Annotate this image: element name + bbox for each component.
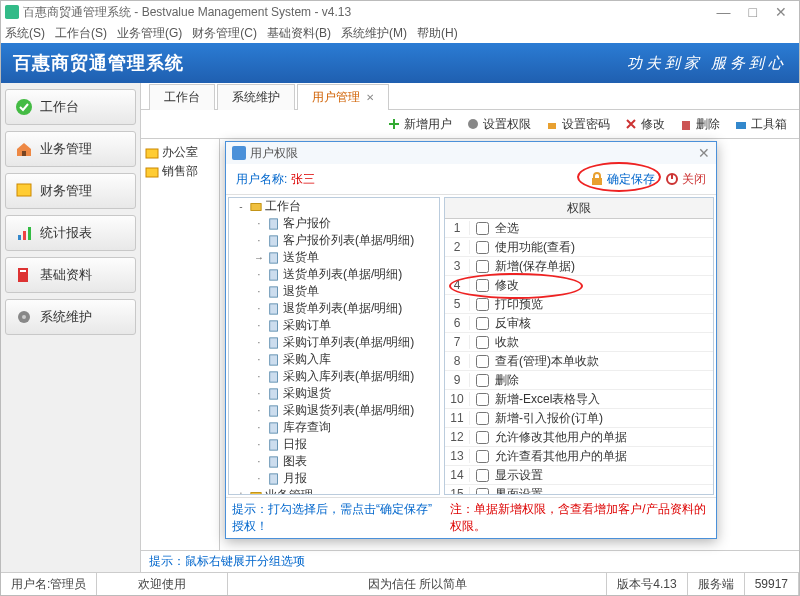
tree-toggle[interactable]: · [253, 388, 265, 399]
tree-row[interactable]: ·客户报价列表(单据/明细) [229, 232, 439, 249]
tree-row[interactable]: ·日报 [229, 436, 439, 453]
tree-toggle[interactable]: · [253, 354, 265, 365]
nav-0[interactable]: 工作台 [5, 89, 136, 125]
menu-item[interactable]: 工作台(S) [55, 25, 107, 42]
tree-row[interactable]: ·采购退货 [229, 385, 439, 402]
folder-item[interactable]: 销售部 [145, 162, 215, 181]
perm-checkbox[interactable] [476, 222, 489, 235]
perm-checkbox[interactable] [476, 393, 489, 406]
tree-row[interactable]: ·图表 [229, 453, 439, 470]
maximize-button[interactable]: □ [749, 5, 757, 19]
perm-row[interactable]: 2使用功能(查看) [445, 238, 713, 257]
close-button[interactable]: 关闭 [665, 171, 706, 188]
perm-checkbox[interactable] [476, 431, 489, 444]
perm-row[interactable]: 15界面设置 [445, 485, 713, 494]
menu-item[interactable]: 帮助(H) [417, 25, 458, 42]
perm-checkbox[interactable] [476, 488, 489, 495]
perm-checkbox[interactable] [476, 336, 489, 349]
tree-toggle[interactable]: · [253, 303, 265, 314]
nav-3[interactable]: 统计报表 [5, 215, 136, 251]
tree-row[interactable]: ·退货单 [229, 283, 439, 300]
tree-toggle[interactable]: · [253, 320, 265, 331]
tree-row[interactable]: ·采购入库列表(单据/明细) [229, 368, 439, 385]
tree-row[interactable]: ·库存查询 [229, 419, 439, 436]
perm-checkbox[interactable] [476, 260, 489, 273]
perm-row[interactable]: 5打印预览 [445, 295, 713, 314]
toolbar-lock[interactable]: 设置密码 [545, 116, 610, 133]
nav-2[interactable]: 财务管理 [5, 173, 136, 209]
perm-row[interactable]: 6反审核 [445, 314, 713, 333]
tree-row[interactable]: ·采购退货列表(单据/明细) [229, 402, 439, 419]
tree-toggle[interactable]: · [253, 473, 265, 484]
tree-toggle[interactable]: · [253, 286, 265, 297]
menu-item[interactable]: 基础资料(B) [267, 25, 331, 42]
tree-toggle[interactable]: → [253, 252, 265, 263]
nav-5[interactable]: 系统维护 [5, 299, 136, 335]
menu-item[interactable]: 财务管理(C) [192, 25, 257, 42]
tree-toggle[interactable]: · [253, 337, 265, 348]
tree-row[interactable]: ·月报 [229, 470, 439, 487]
tree-toggle[interactable]: · [253, 456, 265, 467]
permission-list[interactable]: 1全选2使用功能(查看)3新增(保存单据)4修改5打印预览6反审核7收款8查看(… [445, 219, 713, 494]
tree-toggle[interactable]: + [235, 490, 247, 495]
perm-checkbox[interactable] [476, 298, 489, 311]
perm-row[interactable]: 13允许查看其他用户的单据 [445, 447, 713, 466]
tab-close-icon[interactable]: ✕ [366, 92, 374, 103]
menu-item[interactable]: 业务管理(G) [117, 25, 182, 42]
toolbar-gear[interactable]: 设置权限 [466, 116, 531, 133]
dialog-close-icon[interactable]: ✕ [698, 145, 710, 161]
nav-1[interactable]: 业务管理 [5, 131, 136, 167]
tree-row[interactable]: ·采购订单列表(单据/明细) [229, 334, 439, 351]
toolbar-toolbox[interactable]: 工具箱 [734, 116, 787, 133]
tab[interactable]: 系统维护 [217, 84, 295, 110]
tree-toggle[interactable]: · [253, 405, 265, 416]
tree-row[interactable]: →送货单 [229, 249, 439, 266]
toolbar-scissors[interactable]: 修改 [624, 116, 665, 133]
perm-row[interactable]: 1全选 [445, 219, 713, 238]
close-button[interactable]: ✕ [775, 5, 787, 19]
perm-checkbox[interactable] [476, 374, 489, 387]
perm-checkbox[interactable] [476, 317, 489, 330]
tree-toggle[interactable]: · [253, 235, 265, 246]
perm-row[interactable]: 7收款 [445, 333, 713, 352]
tree-row[interactable]: ·退货单列表(单据/明细) [229, 300, 439, 317]
perm-row[interactable]: 14显示设置 [445, 466, 713, 485]
menu-item[interactable]: 系统(S) [5, 25, 45, 42]
tab[interactable]: 用户管理✕ [297, 84, 389, 110]
toolbar-plus[interactable]: 新增用户 [387, 116, 452, 133]
tree-row[interactable]: ·采购订单 [229, 317, 439, 334]
perm-checkbox[interactable] [476, 355, 489, 368]
tree-row[interactable]: ·送货单列表(单据/明细) [229, 266, 439, 283]
minimize-button[interactable]: — [717, 5, 731, 19]
tree-toggle[interactable]: · [253, 269, 265, 280]
perm-row[interactable]: 8查看(管理)本单收款 [445, 352, 713, 371]
perm-row[interactable]: 9删除 [445, 371, 713, 390]
perm-row[interactable]: 12允许修改其他用户的单据 [445, 428, 713, 447]
tree-toggle[interactable]: · [253, 439, 265, 450]
perm-checkbox[interactable] [476, 279, 489, 292]
perm-row[interactable]: 11新增-引入报价(订单) [445, 409, 713, 428]
perm-row[interactable]: 10新增-Excel表格导入 [445, 390, 713, 409]
tree-row[interactable]: -工作台 [229, 198, 439, 215]
perm-checkbox[interactable] [476, 412, 489, 425]
perm-row[interactable]: 4修改 [445, 276, 713, 295]
tree-toggle[interactable]: · [253, 422, 265, 433]
menu-item[interactable]: 系统维护(M) [341, 25, 407, 42]
tab[interactable]: 工作台 [149, 84, 215, 110]
perm-checkbox[interactable] [476, 241, 489, 254]
folder-item[interactable]: 办公室 [145, 143, 215, 162]
svg-rect-32 [270, 388, 278, 398]
save-button[interactable]: 确定保存 [590, 171, 655, 188]
tree-toggle[interactable]: · [253, 371, 265, 382]
tree-row[interactable]: +业务管理 [229, 487, 439, 495]
perm-checkbox[interactable] [476, 450, 489, 463]
tree-toggle[interactable]: · [253, 218, 265, 229]
toolbar-trash[interactable]: 删除 [679, 116, 720, 133]
module-tree[interactable]: -工作台·客户报价·客户报价列表(单据/明细)→送货单·送货单列表(单据/明细)… [228, 197, 440, 495]
tree-row[interactable]: ·采购入库 [229, 351, 439, 368]
perm-row[interactable]: 3新增(保存单据) [445, 257, 713, 276]
tree-row[interactable]: ·客户报价 [229, 215, 439, 232]
nav-4[interactable]: 基础资料 [5, 257, 136, 293]
perm-checkbox[interactable] [476, 469, 489, 482]
tree-toggle[interactable]: - [235, 201, 247, 212]
